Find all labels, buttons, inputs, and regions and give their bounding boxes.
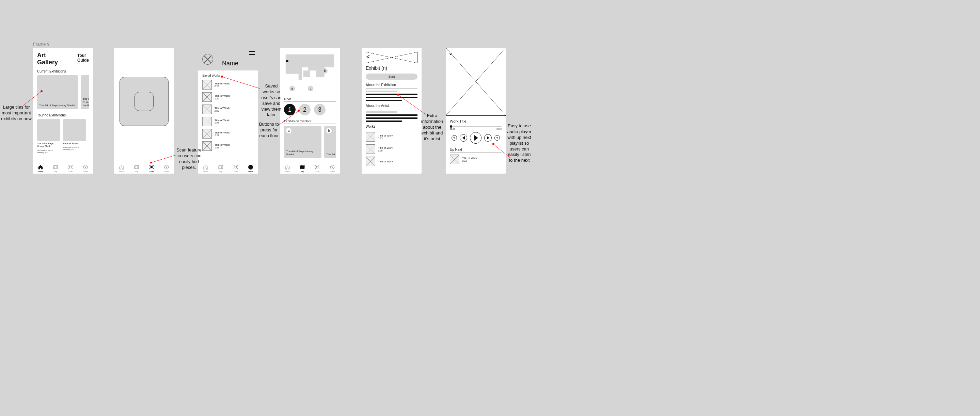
- hero-image: [366, 52, 417, 64]
- svg-point-16: [221, 76, 223, 78]
- svg-rect-8: [317, 166, 318, 168]
- nav-profile[interactable]: Profile: [80, 164, 91, 173]
- work-thumbnail: [366, 144, 375, 154]
- svg-point-2: [85, 166, 86, 167]
- work-thumbnail: [366, 132, 375, 141]
- prev-button[interactable]: [460, 134, 467, 141]
- svg-rect-6: [235, 166, 236, 168]
- nav-map[interactable]: Map: [216, 164, 226, 173]
- nav-home[interactable]: Home: [282, 164, 293, 173]
- next-button[interactable]: [484, 134, 492, 141]
- nav-home[interactable]: Home: [116, 164, 127, 173]
- svg-point-10: [332, 166, 333, 167]
- work-row[interactable]: Title of Work0:23: [366, 132, 417, 141]
- frame-label: Frame 9: [33, 41, 49, 47]
- map-user-dot: [286, 60, 288, 62]
- work-row[interactable]: Title of Work2:27: [202, 129, 254, 138]
- work-title: Work Title: [450, 119, 501, 123]
- scan-target: [135, 92, 154, 111]
- nav-home[interactable]: Home: [200, 164, 211, 173]
- work-row[interactable]: Title of Work1:26: [202, 117, 254, 126]
- app-title: Art Gallery: [37, 52, 58, 66]
- work-row[interactable]: Title of Work1:26: [366, 144, 417, 154]
- svg-line-15: [223, 77, 260, 89]
- exhibit-title: Exhibit (n): [366, 65, 417, 71]
- works-heading: Works: [366, 125, 417, 129]
- svg-line-13: [152, 155, 177, 162]
- current-exhibitions-heading: Current Exhibitions: [37, 70, 89, 73]
- app-subtitle: Tour Guide: [77, 53, 89, 63]
- nav-profile[interactable]: Profile: [245, 164, 256, 173]
- svg-line-17: [277, 111, 298, 126]
- screen-home: Art Gallery Tour Guide Current Exhibitio…: [33, 48, 93, 174]
- progress-track[interactable]: [450, 126, 501, 127]
- svg-point-5: [166, 166, 167, 167]
- work-row[interactable]: Title of Work1:26: [202, 92, 254, 102]
- queue-add-button[interactable]: +: [495, 135, 500, 141]
- nav-map[interactable]: Map: [50, 164, 60, 173]
- nav-scan[interactable]: Scan: [65, 164, 76, 173]
- svg-point-22: [492, 143, 495, 145]
- svg-rect-3: [151, 166, 152, 168]
- queue-add-button[interactable]: +: [452, 135, 457, 141]
- scan-viewport[interactable]: [119, 77, 169, 126]
- progress-thumb[interactable]: [450, 125, 452, 128]
- svg-line-21: [494, 144, 511, 158]
- work-thumbnail: [202, 92, 212, 102]
- svg-point-18: [298, 110, 300, 112]
- work-thumbnail: [366, 157, 375, 166]
- work-thumbnail: [202, 117, 212, 126]
- work-row[interactable]: Title of Work: [366, 157, 417, 166]
- svg-rect-0: [70, 166, 71, 168]
- work-thumbnail: [202, 80, 212, 89]
- svg-point-7: [248, 165, 253, 169]
- about-exhibition-heading: About the Exhibition: [366, 83, 417, 87]
- nav-home[interactable]: Home: [35, 164, 46, 173]
- profile-name: Name: [222, 60, 239, 67]
- work-thumbnail: [202, 105, 212, 114]
- work-thumbnail: [202, 129, 212, 138]
- work-thumbnail: [450, 154, 459, 164]
- floor-label: Floor: [284, 97, 336, 101]
- player-artwork: [446, 48, 506, 116]
- exhibition-tile[interactable]: The Permanent Collection: the Bat Kno: [81, 75, 89, 109]
- floor-map[interactable]: a b c: [284, 52, 336, 93]
- nav-map[interactable]: Map: [297, 164, 307, 173]
- annotation: Extra information about the exhibit and …: [420, 113, 444, 141]
- nav-scan[interactable]: Scan: [146, 164, 157, 173]
- back-icon[interactable]: <: [366, 54, 369, 60]
- play-button[interactable]: [470, 132, 482, 144]
- touring-exhibitions-heading: Touring Exhibitions: [37, 113, 89, 117]
- svg-point-12: [41, 90, 43, 92]
- exhibit-card[interactable]: a The Art of Faye Heavy Sheild: [284, 126, 321, 158]
- total-time: 00:00: [496, 128, 501, 130]
- nav-profile[interactable]: Profile: [161, 164, 172, 173]
- work-row[interactable]: Title of Work2:57: [202, 105, 254, 114]
- nav-scan[interactable]: Scan: [231, 164, 241, 173]
- avatar[interactable]: [202, 54, 213, 65]
- touring-tile[interactable]: Radical Stitch 28 October 2022 - 19 Febr…: [63, 119, 86, 154]
- svg-line-19: [399, 95, 427, 115]
- map-label-c: c: [308, 86, 313, 91]
- svg-line-11: [21, 92, 41, 108]
- floor-button-3[interactable]: 3: [314, 104, 326, 115]
- elapsed-time: 00:00: [450, 128, 455, 130]
- chevron-down-icon[interactable]: ⌄: [449, 50, 453, 56]
- nav-map[interactable]: Map: [131, 164, 142, 173]
- svg-point-20: [397, 94, 399, 96]
- work-thumbnail: [202, 141, 212, 151]
- start-button[interactable]: Start: [366, 73, 417, 79]
- exhibit-card[interactable]: b The Art of: [324, 126, 336, 158]
- work-row[interactable]: Title of Work1:58: [202, 141, 254, 151]
- nav-profile[interactable]: Profile: [327, 164, 337, 173]
- map-label-b: b: [322, 68, 328, 73]
- screen-profile: Name Saved Works Title of Work0:23Title …: [198, 48, 258, 174]
- hamburger-icon[interactable]: [249, 51, 255, 55]
- touring-tile[interactable]: The Art of Faye Heavy Sheild 28 October …: [37, 119, 60, 154]
- map-label-a: a: [290, 86, 295, 91]
- nav-scan[interactable]: Scan: [312, 164, 323, 173]
